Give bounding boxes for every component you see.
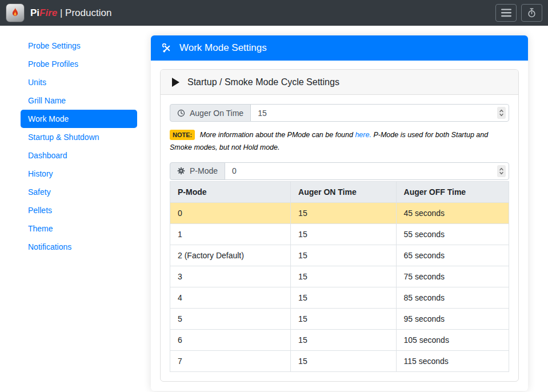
pmode-label: P-Mode	[170, 162, 225, 180]
pmode-label-text: P-Mode	[190, 166, 218, 175]
cell-auger-on: 15	[291, 350, 396, 371]
cell-pmode: 0	[170, 202, 291, 223]
cell-pmode: 3	[170, 266, 291, 287]
cell-auger-on: 15	[291, 308, 396, 329]
cell-pmode: 5	[170, 308, 291, 329]
cell-auger-on: 15	[291, 329, 396, 350]
cell-auger-on: 15	[291, 266, 396, 287]
auger-on-time-group: Auger On Time	[170, 104, 509, 122]
page-title: Work Mode Settings	[179, 42, 267, 54]
top-navbar: PiFire | Production	[0, 0, 548, 26]
note-text-before: More information about the PMode can be …	[200, 131, 355, 139]
cell-auger-off: 95 seconds	[396, 308, 509, 329]
menu-button[interactable]	[495, 4, 517, 22]
cell-auger-off: 105 seconds	[396, 329, 509, 350]
cell-auger-off: 115 seconds	[396, 350, 509, 371]
sidebar-item[interactable]: Probe Settings	[21, 37, 137, 55]
sidebar-item[interactable]: Theme	[21, 219, 137, 238]
brand-title: PiFire | Production	[30, 7, 111, 19]
pifire-logo	[6, 3, 25, 22]
sidebar-item[interactable]: Safety	[21, 183, 137, 201]
cell-auger-off: 55 seconds	[396, 223, 509, 245]
table-row: 2 (Factory Default) 15 65 seconds	[170, 245, 509, 266]
navbar-buttons	[495, 4, 542, 22]
brand-pi: Pi	[30, 7, 39, 18]
timer-button[interactable]	[521, 4, 542, 22]
settings-sidebar: Probe Settings Probe Profiles Units Gril…	[0, 26, 151, 256]
hamburger-icon	[501, 9, 511, 17]
tools-icon	[162, 43, 172, 53]
pmode-field	[225, 162, 509, 180]
cycle-settings-card: Startup / Smoke Mode Cycle Settings Auge…	[160, 69, 519, 382]
note-badge: NOTE:	[170, 130, 195, 140]
pmode-table-body: 0 15 45 seconds 1 15 55 seconds	[170, 202, 509, 371]
table-row: 0 15 45 seconds	[170, 202, 509, 223]
cell-auger-off: 45 seconds	[396, 202, 509, 223]
spinner-arrows-icon	[499, 109, 504, 117]
number-spinner[interactable]	[497, 107, 506, 119]
cycle-settings-card-body: Auger On Time	[161, 95, 518, 381]
col-header-auger-on: Auger ON Time	[291, 181, 396, 202]
cell-auger-off: 85 seconds	[396, 287, 509, 308]
sidebar-item[interactable]: Startup & Shutdown	[21, 128, 137, 146]
cell-pmode: 2 (Factory Default)	[170, 245, 291, 266]
sidebar-item[interactable]: Work Mode	[21, 110, 137, 128]
brand-suffix: | Production	[57, 7, 111, 18]
cell-pmode: 4	[170, 287, 291, 308]
table-row: 6 15 105 seconds	[170, 329, 509, 350]
card-title: Startup / Smoke Mode Cycle Settings	[187, 77, 339, 87]
cell-auger-on: 15	[291, 245, 396, 266]
sidebar-item[interactable]: Probe Profiles	[21, 55, 137, 73]
work-mode-panel: Work Mode Settings Startup / Smoke Mode …	[151, 35, 528, 391]
sidebar-item[interactable]: Units	[21, 73, 137, 91]
cell-pmode: 6	[170, 329, 291, 350]
table-row: 1 15 55 seconds	[170, 223, 509, 245]
cell-auger-on: 15	[291, 202, 396, 223]
table-header-row: P-Mode Auger ON Time Auger OFF Time	[170, 181, 509, 202]
work-mode-header: Work Mode Settings	[151, 35, 528, 61]
table-row: 7 15 115 seconds	[170, 350, 509, 371]
pmode-group: P-Mode	[170, 162, 509, 180]
auger-on-time-input[interactable]	[250, 104, 509, 122]
main-content: Work Mode Settings Startup / Smoke Mode …	[151, 26, 528, 391]
pmode-input[interactable]	[225, 162, 509, 180]
col-header-pmode: P-Mode	[170, 181, 291, 202]
auger-on-time-field	[250, 104, 509, 122]
cell-auger-on: 15	[291, 223, 396, 245]
brand-fire: Fire	[39, 7, 57, 18]
pmode-info-link[interactable]: here.	[355, 131, 371, 139]
sidebar-item[interactable]: Notifications	[21, 238, 137, 256]
sidebar-item[interactable]: Grill Name	[21, 91, 137, 110]
pmode-note: NOTE: More information about the PMode c…	[170, 129, 509, 154]
cell-pmode: 7	[170, 350, 291, 371]
col-header-auger-off: Auger OFF Time	[396, 181, 509, 202]
cell-auger-off: 65 seconds	[396, 245, 509, 266]
cell-pmode: 1	[170, 223, 291, 245]
flame-icon	[9, 7, 21, 19]
pmode-table: P-Mode Auger ON Time Auger OFF Time 0 15	[170, 181, 509, 372]
cell-auger-off: 75 seconds	[396, 266, 509, 287]
panel-body: Startup / Smoke Mode Cycle Settings Auge…	[151, 61, 528, 391]
play-icon	[172, 78, 179, 87]
auger-on-time-label-text: Auger On Time	[190, 109, 243, 118]
cell-auger-on: 15	[291, 287, 396, 308]
clock-icon	[177, 109, 185, 117]
sidebar-item[interactable]: History	[21, 165, 137, 183]
number-spinner[interactable]	[497, 165, 506, 177]
sidebar-item[interactable]: Pellets	[21, 201, 137, 219]
gear-icon	[177, 167, 185, 175]
table-row: 5 15 95 seconds	[170, 308, 509, 329]
spinner-arrows-icon	[499, 167, 504, 175]
stopwatch-icon	[527, 8, 536, 18]
auger-on-time-label: Auger On Time	[170, 104, 251, 122]
table-row: 3 15 75 seconds	[170, 266, 509, 287]
table-row: 4 15 85 seconds	[170, 287, 509, 308]
sidebar-item[interactable]: Dashboard	[21, 146, 137, 165]
cycle-settings-card-header: Startup / Smoke Mode Cycle Settings	[161, 70, 518, 95]
